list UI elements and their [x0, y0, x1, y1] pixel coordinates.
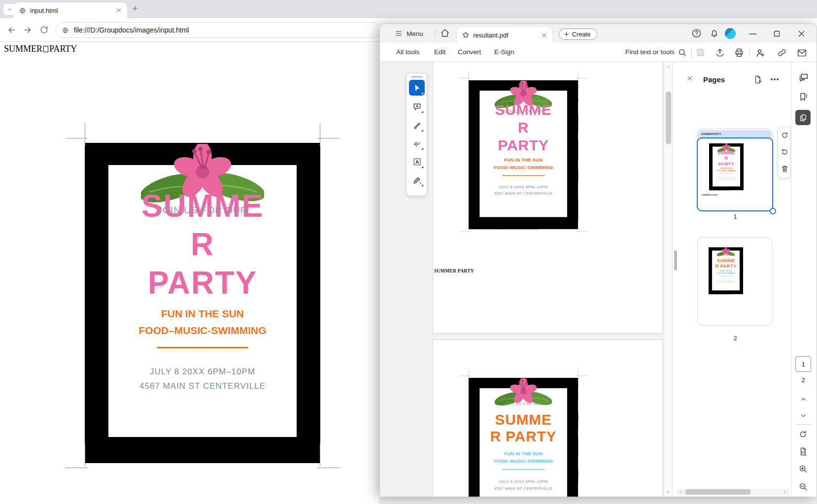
sign-pen-icon: [412, 175, 422, 185]
pdf-page1-caption: SUMMER PARTY: [434, 269, 474, 273]
current-page-box[interactable]: 1: [795, 356, 811, 372]
pages-panel: Pages SUMMERPARTY SUMME JOIN US FO: [672, 62, 791, 497]
notifications-bell-button[interactable]: [709, 28, 719, 38]
pages-panel-header: Pages: [673, 62, 791, 92]
zoom-in-icon[interactable]: [798, 464, 808, 473]
back-button[interactable]: [7, 25, 17, 35]
scroll-left-icon[interactable]: [679, 490, 683, 494]
star-icon[interactable]: [462, 31, 470, 39]
nav-esign[interactable]: E-Sign: [494, 48, 514, 56]
acrobat-titlebar: Menu resultant.pdf Create: [380, 24, 817, 43]
browser-tab-strip: input.html: [0, 0, 817, 18]
scrollbar-thumb[interactable]: [666, 92, 671, 144]
highlighter-icon: [412, 121, 422, 130]
minimize-button[interactable]: [749, 33, 757, 35]
insert-page-icon[interactable]: [753, 75, 762, 84]
chevron-down-icon: [6, 6, 13, 13]
draw-tool[interactable]: [409, 135, 425, 151]
add-comment-tool[interactable]: [409, 99, 425, 114]
squiggle-icon: [412, 139, 422, 148]
rotate-clockwise-icon[interactable]: [781, 131, 789, 139]
bookmarks-panel-icon[interactable]: [798, 92, 809, 102]
nav-edit[interactable]: Edit: [434, 48, 445, 56]
toolbar-grip[interactable]: [411, 76, 423, 78]
flyer-title-line3: PARTY: [85, 267, 320, 299]
edit-text-tool[interactable]: [409, 154, 425, 169]
document-tab-close-icon[interactable]: [541, 32, 547, 38]
text-select-icon: [412, 157, 422, 167]
document-tab-title: resultant.pdf: [473, 32, 541, 39]
print-icon[interactable]: [734, 48, 744, 58]
window-close-button[interactable]: [798, 30, 805, 37]
highlight-tool[interactable]: [409, 117, 425, 133]
divider: [749, 47, 750, 58]
search-icon[interactable]: [678, 48, 687, 57]
acrobat-content: SUMME JOIN US FOR OUR R PARTY FUN IN THE…: [380, 62, 817, 497]
rotate-view-icon[interactable]: [798, 430, 808, 439]
create-button[interactable]: Create: [559, 29, 597, 40]
total-pages-label: 2: [795, 376, 811, 384]
share-icon[interactable]: [715, 48, 725, 58]
document-scrollbar[interactable]: [664, 62, 672, 497]
reload-button[interactable]: [39, 25, 49, 34]
flyer-join-text: JOIN US FOR OUR: [85, 205, 320, 216]
page-thumbnail-1[interactable]: SUMMERPARTY SUMME JOIN US FOR OUR R PART…: [697, 129, 773, 211]
page-actions-toolbar: [778, 126, 791, 178]
thumbnail-resize-handle[interactable]: [770, 208, 776, 214]
flyer-date: JULY 8 20XX 6PM–10PM: [85, 367, 320, 377]
nav-convert[interactable]: Convert: [458, 48, 481, 56]
pages-panel-title: Pages: [703, 75, 725, 84]
zoom-out-icon[interactable]: [798, 482, 808, 491]
site-info-icon[interactable]: [62, 27, 69, 34]
fill-sign-tool[interactable]: [409, 172, 425, 188]
scrollbar-thumb[interactable]: [685, 489, 750, 495]
delete-page-icon[interactable]: [781, 165, 789, 173]
page-2-label[interactable]: 2: [725, 335, 745, 342]
select-tool[interactable]: [409, 80, 425, 96]
previous-page-icon[interactable]: [800, 396, 807, 403]
browser-tab[interactable]: input.html: [14, 2, 127, 18]
document-tab[interactable]: resultant.pdf: [456, 27, 553, 43]
url-bar[interactable]: file:///D:/Groupdocs/images/input.html: [55, 22, 380, 38]
flyer-preview-browser: SUMME JOIN US FOR OUR R PARTY FUN IN THE…: [85, 143, 320, 463]
menu-button[interactable]: Menu: [395, 28, 423, 39]
horizontal-scrollbar[interactable]: [677, 489, 789, 495]
avatar[interactable]: [725, 28, 736, 39]
url-text: file:///D:/Groupdocs/images/input.html: [74, 26, 189, 34]
find-text-button[interactable]: Find text or tools: [625, 48, 675, 56]
home-button[interactable]: [440, 28, 450, 38]
panel-scrollbar-thumb[interactable]: [674, 250, 677, 270]
link-icon[interactable]: [777, 48, 787, 58]
maximize-button[interactable]: [773, 30, 781, 37]
scroll-down-icon[interactable]: [666, 489, 671, 495]
screen: input.html file:///D:/Groupdocs/images/i…: [0, 0, 817, 504]
flyer-address: 4567 MAIN ST CENTERVILLE: [85, 381, 320, 391]
flyer-subtitle2: FOOD–MUSIC-SWIMMING: [85, 325, 320, 336]
comments-panel-icon[interactable]: [798, 72, 809, 83]
missing-glyph-box: [43, 46, 48, 52]
more-options-icon[interactable]: [770, 78, 779, 81]
flyer-title-line2: R: [85, 229, 320, 260]
scroll-up-icon[interactable]: [666, 64, 671, 69]
pages-copy-icon: [799, 113, 808, 122]
flyer-divider: [157, 347, 248, 348]
thumbnail-caption: SUMMER PARTY: [702, 194, 718, 196]
new-tab-button[interactable]: [131, 4, 139, 12]
email-icon[interactable]: [797, 48, 807, 58]
globe-favicon-icon: [19, 7, 26, 14]
pages-panel-toggle[interactable]: [795, 110, 811, 125]
panel-close-icon[interactable]: [686, 75, 693, 82]
rotate-counterclockwise-icon[interactable]: [781, 148, 789, 156]
actual-size-icon[interactable]: [798, 447, 808, 456]
scroll-right-icon[interactable]: [783, 490, 787, 494]
help-button[interactable]: [691, 28, 702, 38]
plus-icon: [563, 31, 570, 37]
page-1-label[interactable]: 1: [725, 213, 745, 220]
tab-close-icon[interactable]: [115, 7, 122, 14]
page-thumbnail-2[interactable]: JOIN US FOR OUR SUMME R PARTY FUN IN THE…: [697, 237, 773, 326]
nav-all-tools[interactable]: All tools: [396, 48, 419, 56]
request-signatures-icon[interactable]: [755, 48, 766, 58]
divider: [691, 47, 692, 58]
forward-button[interactable]: [23, 25, 33, 35]
next-page-icon[interactable]: [800, 412, 807, 419]
